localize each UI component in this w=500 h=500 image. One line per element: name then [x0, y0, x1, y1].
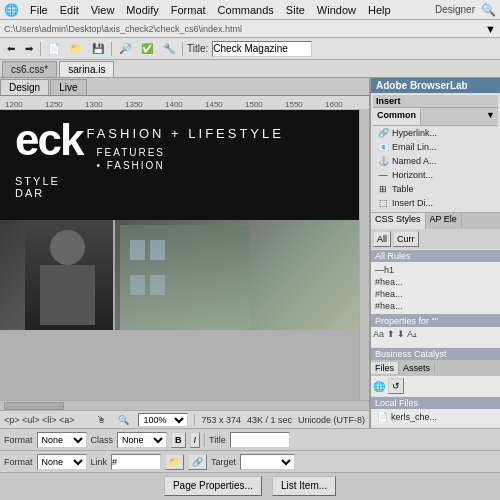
dimensions-display: 753 x 374 — [201, 415, 241, 425]
insert-panel: Insert Common ▼ 🔗 Hyperlink... 📧 Email L… — [371, 93, 500, 212]
named-anchor-icon: ⚓ — [377, 155, 389, 167]
ruler-mark-7: 1550 — [285, 100, 303, 109]
panel-item-hr-label: Horizont... — [392, 170, 433, 180]
site-icon: 🌐 — [373, 381, 385, 392]
menu-bar: 🌐 File Edit View Modify Format Commands … — [0, 0, 500, 20]
panel-item-hyperlink[interactable]: 🔗 Hyperlink... — [373, 126, 498, 140]
panel-tab-common[interactable]: Common — [373, 108, 421, 125]
files-panel-toolbar: 🌐 ↺ — [371, 376, 500, 396]
filter-icon[interactable]: ▼ — [485, 23, 496, 35]
target-select[interactable] — [240, 454, 295, 470]
css-tab-styles[interactable]: CSS Styles — [371, 213, 426, 229]
ruler-marks: 1200 1250 1300 1350 1400 1450 1500 1550 … — [0, 96, 369, 109]
hyperlink-icon: 🔗 — [377, 127, 389, 139]
files-tab[interactable]: Files — [371, 362, 399, 374]
menu-commands[interactable]: Commands — [213, 4, 279, 16]
link-label: Link — [91, 457, 108, 467]
toolbar-btn-8[interactable]: 🔧 — [160, 42, 178, 55]
left-nav-style: STYLE — [15, 175, 354, 187]
panel-item-table[interactable]: ⊞ Table — [373, 182, 498, 196]
right-panel-title: Adobe BrowserLab — [371, 78, 500, 93]
format-select[interactable]: None — [37, 432, 87, 448]
canvas-area[interactable]: eck FASHION + LIFESTYLE FEATURES • FASHI… — [0, 110, 369, 330]
css-rule-2[interactable]: #hea... — [373, 288, 498, 300]
search-icon[interactable]: 🔍 — [481, 3, 496, 17]
menu-modify[interactable]: Modify — [121, 4, 163, 16]
toolbar-btn-2[interactable]: ➡ — [22, 42, 36, 55]
css-rule-3[interactable]: #hea... — [373, 300, 498, 312]
ruler-mark-5: 1450 — [205, 100, 223, 109]
menu-window[interactable]: Window — [312, 4, 361, 16]
zoom-select[interactable]: 100% — [138, 413, 188, 427]
panel-arrow[interactable]: ▼ — [483, 108, 498, 125]
page-properties-btn[interactable]: Page Properties... — [164, 476, 262, 496]
encoding-display: Unicode (UTF-8) — [298, 415, 365, 425]
italic-btn[interactable]: I — [190, 432, 201, 448]
menu-view[interactable]: View — [86, 4, 120, 16]
toolbar-btn-1[interactable]: ⬅ — [4, 42, 18, 55]
toolbar-btn-6[interactable]: 🔎 — [116, 42, 134, 55]
files-refresh-btn[interactable]: ↺ — [388, 378, 404, 394]
panel-item-hr[interactable]: — Horizont... — [373, 168, 498, 182]
assets-tab[interactable]: Assets — [399, 362, 435, 374]
size-display: 43K / 1 sec — [247, 415, 292, 425]
menu-site[interactable]: Site — [281, 4, 310, 16]
business-catalyst-label: Business Catalyst — [371, 348, 500, 360]
filetab-css[interactable]: cs6.css* — [2, 61, 57, 77]
toolbar-btn-4[interactable]: 📁 — [67, 42, 85, 55]
css-panel: CSS Styles AP Ele All Curr All Rules —h1… — [371, 212, 500, 314]
menu-file[interactable]: File — [25, 4, 53, 16]
app-title: Designer — [435, 4, 475, 15]
webpage-preview: eck FASHION + LIFESTYLE FEATURES • FASHI… — [0, 110, 369, 330]
files-list: 📄 kerls_che... — [371, 409, 500, 425]
mode-tab-live[interactable]: Live — [50, 79, 86, 95]
css-tab-ap[interactable]: AP Ele — [426, 213, 462, 229]
css-rule-h1[interactable]: —h1 — [373, 264, 498, 276]
panel-tab-row: Common ▼ — [373, 108, 498, 126]
webpage-header: eck FASHION + LIFESTYLE FEATURES • FASHI… — [0, 110, 369, 220]
title-input[interactable] — [212, 41, 312, 57]
css-btn-all[interactable]: All — [373, 231, 391, 247]
menu-help[interactable]: Help — [363, 4, 396, 16]
ruler-mark-8: 1600 — [325, 100, 343, 109]
building-overlay — [120, 225, 250, 330]
css-btn-curr[interactable]: Curr — [393, 231, 419, 247]
toolbar-btn-5[interactable]: 💾 — [89, 42, 107, 55]
panel-item-email[interactable]: 📧 Email Lin... — [373, 140, 498, 154]
ruler-mark-3: 1350 — [125, 100, 143, 109]
title-field-bt[interactable] — [230, 432, 290, 448]
link-btn-2[interactable]: 🔗 — [188, 454, 207, 470]
format-select-2[interactable]: None — [37, 454, 87, 470]
local-files-section: Local Files — [371, 397, 500, 409]
panel-item-named-anchor[interactable]: ⚓ Named A... — [373, 154, 498, 168]
status-btn-1[interactable]: 🖱 — [94, 414, 109, 426]
format-label: Format — [4, 435, 33, 445]
mode-tab-design[interactable]: Design — [0, 79, 49, 95]
selector-display: <p> <ul> <li> <a> — [4, 415, 75, 425]
file-item[interactable]: 📄 kerls_che... — [373, 411, 498, 423]
properties-title: Properties for "" — [371, 315, 500, 327]
panel-item-table-label: Table — [392, 184, 414, 194]
browse-link-btn[interactable]: 📁 — [165, 454, 184, 470]
canvas-scrollbar-v[interactable] — [359, 110, 369, 400]
left-panel: Design Live 1200 1250 1300 1350 1400 145… — [0, 78, 370, 428]
menu-format[interactable]: Format — [166, 4, 211, 16]
class-select[interactable]: None — [117, 432, 167, 448]
filetab-sarina[interactable]: sarina.is — [59, 61, 114, 77]
panel-item-insert-div[interactable]: ⬚ Insert Di... — [373, 196, 498, 210]
nav-features: FEATURES — [96, 147, 284, 158]
format-label-2: Format — [4, 457, 33, 467]
bottom-toolbar: Format None Class None B I Title — [0, 428, 500, 450]
toolbar-btn-3[interactable]: 📄 — [45, 42, 63, 55]
menu-edit[interactable]: Edit — [55, 4, 84, 16]
css-rule-1[interactable]: #hea... — [373, 276, 498, 288]
list-item-btn[interactable]: List Item... — [272, 476, 336, 496]
scrollbar-h-thumb[interactable] — [4, 402, 64, 410]
bottom-toolbar-2: Format None Link 📁 🔗 Target — [0, 450, 500, 472]
css-rules-section: —h1 #hea... #hea... #hea... — [371, 262, 500, 314]
link-input[interactable] — [111, 454, 161, 470]
status-btn-2[interactable]: 🔍 — [115, 414, 132, 426]
file-tabs: cs6.css* sarina.is — [0, 60, 500, 78]
bold-btn[interactable]: B — [171, 432, 186, 448]
toolbar-btn-7[interactable]: ✅ — [138, 42, 156, 55]
